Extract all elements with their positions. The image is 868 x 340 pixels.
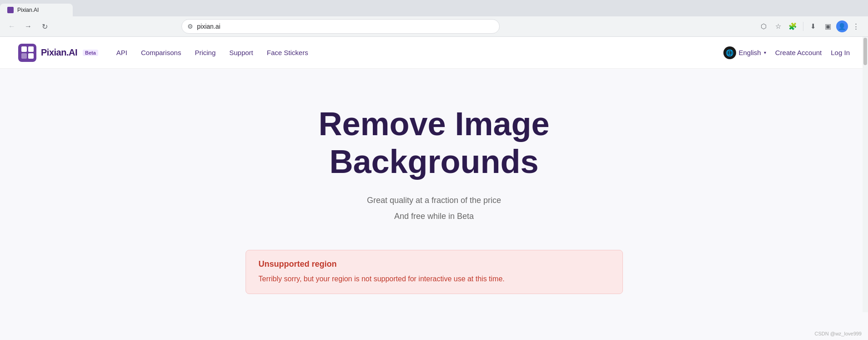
tab-title: Pixian.AI [17,7,39,13]
logo-cell-4 [28,53,34,59]
address-text: pixian.ai [197,23,494,30]
forward-icon: → [25,22,32,30]
browser-tabs-bar: Pixian.AI [0,0,868,16]
nav-face-stickers-link[interactable]: Face Stickers [267,49,308,56]
page-container: Pixian.AI Beta API Comparisons Pricing S… [0,37,868,312]
logo-area[interactable]: Pixian.AI Beta [18,44,98,62]
main-content: Remove Image Backgrounds Great quality a… [0,69,868,312]
logo-text: Pixian.AI [41,47,77,58]
language-label: English [739,49,761,56]
nav-support-link[interactable]: Support [229,49,253,56]
nav-comparisons-link[interactable]: Comparisons [141,49,181,56]
toolbar-divider [803,22,803,31]
back-icon: ← [8,22,15,30]
back-button[interactable]: ← [5,20,18,33]
bookmark-button[interactable]: ☆ [772,20,785,33]
profile-button[interactable]: 👤 [836,20,848,32]
profile-icon: 👤 [838,23,846,30]
navbar: Pixian.AI Beta API Comparisons Pricing S… [0,37,868,69]
download-icon: ⬇ [810,22,816,30]
screen-cast-button[interactable]: ⬡ [758,20,770,33]
scrollbar[interactable] [863,37,868,312]
refresh-icon: ↻ [42,22,48,31]
error-message: Terribly sorry, but your region is not s… [259,274,610,284]
security-icon: ⚙ [187,23,193,30]
extensions-icon: 🧩 [788,22,797,30]
refresh-button[interactable]: ↻ [38,20,51,33]
extensions-button[interactable]: 🧩 [787,20,799,33]
logo-beta-badge: Beta [83,50,98,56]
browser-toolbar: ← → ↻ ⚙ pixian.ai ⬡ ☆ 🧩 ⬇ [0,16,868,36]
create-account-link[interactable]: Create Account [775,49,822,56]
screen-cast-icon: ⬡ [761,22,767,30]
scrollbar-thumb[interactable] [863,38,867,65]
tab-favicon [7,7,14,13]
hero-subtitle-2: And free while in Beta [394,210,474,223]
download-button[interactable]: ⬇ [807,20,820,33]
website-content: Pixian.AI Beta API Comparisons Pricing S… [0,37,868,312]
browser-actions: ⬡ ☆ 🧩 ⬇ ▣ 👤 ⋮ [758,20,863,33]
logo-cell-1 [21,46,27,52]
forward-button[interactable]: → [22,20,35,33]
hero-subtitle-1: Great quality at a fraction of the price [367,194,501,207]
address-bar[interactable]: ⚙ pixian.ai [181,19,500,34]
logo-grid [19,44,36,61]
active-browser-tab[interactable]: Pixian.AI [0,4,73,16]
browser-chrome: Pixian.AI ← → ↻ ⚙ pixian.ai ⬡ ☆ 🧩 [0,0,868,37]
menu-button[interactable]: ⋮ [850,20,863,33]
language-selector[interactable]: 🌐 English ▾ [723,46,766,59]
chevron-down-icon: ▾ [764,50,766,55]
split-screen-button[interactable]: ▣ [822,20,834,33]
menu-icon: ⋮ [853,22,859,30]
globe-icon: 🌐 [723,46,736,59]
login-link[interactable]: Log In [831,49,850,56]
error-box: Unsupported region Terribly sorry, but y… [246,250,623,294]
hero-title: Remove Image Backgrounds [230,105,639,181]
error-title: Unsupported region [259,259,610,269]
nav-right: 🌐 English ▾ Create Account Log In [723,46,850,59]
nav-api-link[interactable]: API [116,49,127,56]
nav-pricing-link[interactable]: Pricing [195,49,216,56]
bookmark-icon: ☆ [775,22,781,30]
logo-icon [18,44,36,62]
logo-cell-2 [28,46,34,52]
split-screen-icon: ▣ [825,22,831,30]
logo-cell-3 [21,53,27,59]
watermark: CSDN @wz_love999 [815,331,862,336]
nav-links: API Comparisons Pricing Support Face Sti… [116,49,723,56]
